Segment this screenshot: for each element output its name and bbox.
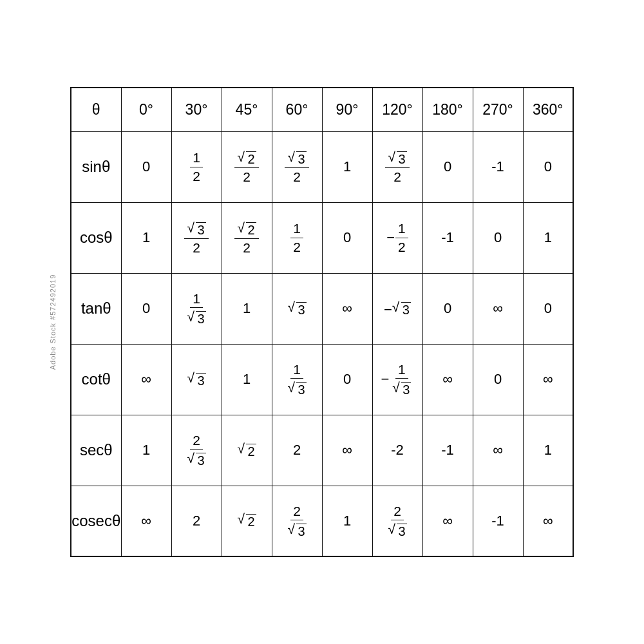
col-360deg: 360° <box>523 88 573 131</box>
trig-values-table: θ 0° 30° 45° 60° 90° 120° 180° 270° 360°… <box>70 87 574 557</box>
cot-180: ∞ <box>422 344 473 415</box>
tan-360: 0 <box>523 273 573 344</box>
sec-row: secθ 1 2 3 2 2 ∞ -2 -1 ∞ 1 <box>71 415 573 486</box>
sin-30: 12 <box>171 131 222 202</box>
cosec-180: ∞ <box>422 486 473 556</box>
sin-120: 3 2 <box>372 131 422 202</box>
cosec-90: 1 <box>322 486 372 556</box>
sin-label: sinθ <box>71 131 121 202</box>
cot-60: 1 3 <box>272 344 322 415</box>
col-60deg: 60° <box>272 88 322 131</box>
sin-0: 0 <box>121 131 171 202</box>
sin-60: 3 2 <box>272 131 322 202</box>
cosec-60: 2 3 <box>272 486 322 556</box>
watermark: Adobe Stock #572492019 <box>49 274 57 370</box>
col-30deg: 30° <box>171 88 222 131</box>
cosec-270: -1 <box>473 486 523 556</box>
cos-30: 3 2 <box>171 202 222 273</box>
col-0deg: 0° <box>121 88 171 131</box>
cosec-row: cosecθ ∞ 2 2 2 3 1 2 3 ∞ -1 ∞ <box>71 486 573 556</box>
sec-180: -1 <box>422 415 473 486</box>
cos-90: 0 <box>322 202 372 273</box>
tan-120: −3 <box>372 273 422 344</box>
cos-120: −12 <box>372 202 422 273</box>
tan-60: 3 <box>272 273 322 344</box>
cot-120: − 1 3 <box>372 344 422 415</box>
cos-label: cosθ <box>71 202 121 273</box>
sec-0: 1 <box>121 415 171 486</box>
sec-30: 2 3 <box>171 415 222 486</box>
cosec-120: 2 3 <box>372 486 422 556</box>
sec-360: 1 <box>523 415 573 486</box>
tan-270: ∞ <box>473 273 523 344</box>
sec-270: ∞ <box>473 415 523 486</box>
col-120deg: 120° <box>372 88 422 131</box>
tan-30: 1 3 <box>171 273 222 344</box>
tan-0: 0 <box>121 273 171 344</box>
sin-270: -1 <box>473 131 523 202</box>
sec-60: 2 <box>272 415 322 486</box>
cot-45: 1 <box>222 344 272 415</box>
cot-90: 0 <box>322 344 372 415</box>
header-row: θ 0° 30° 45° 60° 90° 120° 180° 270° 360° <box>71 88 573 131</box>
cosec-0: ∞ <box>121 486 171 556</box>
cot-360: ∞ <box>523 344 573 415</box>
sec-45: 2 <box>222 415 272 486</box>
sin-90: 1 <box>322 131 372 202</box>
tan-45: 1 <box>222 273 272 344</box>
tan-label: tanθ <box>71 273 121 344</box>
cosec-360: ∞ <box>523 486 573 556</box>
col-45deg: 45° <box>222 88 272 131</box>
cos-0: 1 <box>121 202 171 273</box>
cosec-label: cosecθ <box>71 486 121 556</box>
cot-row: cotθ ∞ 3 1 1 3 0 − 1 3 ∞ 0 ∞ <box>71 344 573 415</box>
cosec-30: 2 <box>171 486 222 556</box>
cos-180: -1 <box>422 202 473 273</box>
cos-270: 0 <box>473 202 523 273</box>
cos-360: 1 <box>523 202 573 273</box>
sin-180: 0 <box>422 131 473 202</box>
col-270deg: 270° <box>473 88 523 131</box>
cot-30: 3 <box>171 344 222 415</box>
cot-270: 0 <box>473 344 523 415</box>
cos-45: 2 2 <box>222 202 272 273</box>
sec-label: secθ <box>71 415 121 486</box>
cosec-45: 2 <box>222 486 272 556</box>
col-90deg: 90° <box>322 88 372 131</box>
cos-60: 12 <box>272 202 322 273</box>
tan-180: 0 <box>422 273 473 344</box>
tan-90: ∞ <box>322 273 372 344</box>
cot-0: ∞ <box>121 344 171 415</box>
sec-90: ∞ <box>322 415 372 486</box>
theta-header: θ <box>71 88 121 131</box>
sec-120: -2 <box>372 415 422 486</box>
cot-label: cotθ <box>71 344 121 415</box>
col-180deg: 180° <box>422 88 473 131</box>
tan-row: tanθ 0 1 3 1 3 ∞ −3 0 ∞ 0 <box>71 273 573 344</box>
sin-45: 2 2 <box>222 131 272 202</box>
cos-row: cosθ 1 3 2 2 2 12 0 −12 -1 0 1 <box>71 202 573 273</box>
sin-360: 0 <box>523 131 573 202</box>
sin-row: sinθ 0 12 2 2 3 2 1 3 2 0 -1 0 <box>71 131 573 202</box>
